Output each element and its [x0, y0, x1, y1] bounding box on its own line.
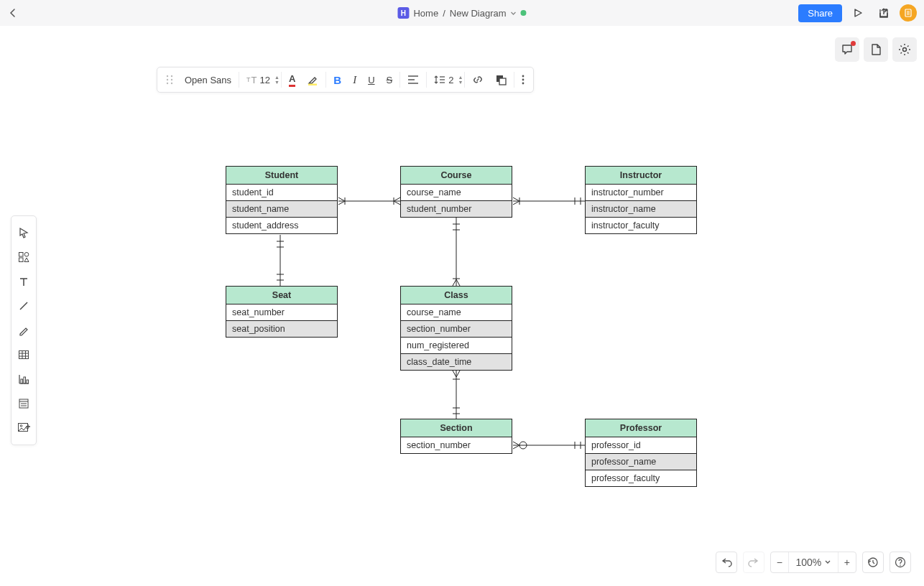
text-tool[interactable]: [11, 269, 36, 294]
bold-button[interactable]: B: [328, 68, 347, 92]
zoom-in-button[interactable]: +: [838, 552, 856, 572]
strike-button[interactable]: S: [381, 68, 399, 92]
entity-section[interactable]: Section section_number: [400, 419, 512, 454]
present-button[interactable]: [848, 3, 868, 23]
svg-line-7: [338, 201, 345, 205]
canvas[interactable]: Student student_id student_name student_…: [0, 26, 924, 586]
svg-point-43: [167, 79, 168, 80]
breadcrumb-separator: /: [443, 8, 445, 19]
app-badge: H: [397, 7, 409, 19]
svg-rect-69: [24, 377, 26, 383]
entity-seat[interactable]: Seat seat_number seat_position: [226, 286, 338, 338]
breadcrumb-home[interactable]: Home: [413, 8, 438, 19]
entity-field[interactable]: num_registered: [401, 338, 512, 354]
underline-button[interactable]: U: [362, 68, 380, 92]
entity-course[interactable]: Course course_name student_number: [400, 166, 512, 218]
chevron-down-icon[interactable]: [511, 9, 517, 17]
link-button[interactable]: [466, 68, 489, 92]
entity-field[interactable]: section_number: [401, 321, 512, 338]
font-size-down[interactable]: ▼: [274, 80, 279, 85]
weight-down[interactable]: ▼: [458, 80, 463, 85]
history-button[interactable]: [862, 552, 884, 573]
highlight-button[interactable]: [301, 68, 324, 92]
export-button[interactable]: [874, 3, 894, 23]
svg-line-14: [513, 201, 519, 205]
entity-field[interactable]: seat_number: [226, 304, 337, 321]
svg-line-10: [394, 201, 400, 205]
font-size-field[interactable]: 12: [259, 68, 272, 92]
svg-rect-63: [19, 351, 29, 359]
text-color-button[interactable]: A: [283, 68, 301, 92]
breadcrumb: H Home / New Diagram: [397, 7, 526, 19]
redo-button[interactable]: [743, 552, 764, 573]
zoom-level-display[interactable]: 100%: [788, 552, 838, 572]
entity-title: Seat: [226, 287, 337, 304]
select-tool[interactable]: [11, 220, 36, 245]
entity-student[interactable]: Student student_id student_name student_…: [226, 166, 338, 234]
svg-line-26: [453, 279, 456, 286]
zoom-out-button[interactable]: −: [771, 552, 788, 572]
entity-field[interactable]: instructor_name: [586, 201, 696, 218]
chart-tool[interactable]: [11, 367, 36, 391]
entity-field[interactable]: professor_id: [586, 437, 696, 454]
pen-tool[interactable]: [11, 318, 36, 343]
entity-class[interactable]: Class course_name section_number num_reg…: [400, 286, 512, 371]
svg-line-6: [338, 197, 345, 201]
shapes-tool[interactable]: [11, 245, 36, 269]
back-button[interactable]: [0, 0, 26, 26]
share-button[interactable]: Share: [798, 4, 842, 22]
format-toolbar: Open Sans TT 12 ▲ ▼ A B I U S 2 ▲ ▼: [157, 67, 534, 93]
avatar[interactable]: [900, 4, 917, 22]
breadcrumb-document-name[interactable]: New Diagram: [450, 8, 507, 19]
entity-professor[interactable]: Professor professor_id professor_name pr…: [585, 419, 697, 487]
entity-field[interactable]: class_date_time: [401, 354, 512, 370]
frame-tool[interactable]: [11, 391, 36, 416]
svg-point-60: [24, 253, 29, 257]
entity-field[interactable]: professor_faculty: [586, 470, 696, 486]
entity-field[interactable]: course_name: [401, 185, 512, 201]
line-tool[interactable]: [11, 294, 36, 318]
svg-point-35: [519, 442, 527, 449]
entity-field[interactable]: section_number: [401, 437, 512, 453]
image-tool[interactable]: [11, 416, 36, 440]
comments-button[interactable]: [835, 37, 859, 62]
entity-field[interactable]: student_name: [226, 201, 337, 218]
italic-button[interactable]: I: [347, 68, 362, 92]
font-size-up[interactable]: ▲: [274, 75, 279, 80]
entity-title: Student: [226, 167, 337, 185]
svg-line-30: [456, 371, 460, 377]
svg-line-13: [513, 197, 519, 201]
entity-field[interactable]: student_number: [401, 201, 512, 217]
entity-field[interactable]: student_address: [226, 218, 337, 233]
svg-line-27: [456, 279, 460, 286]
page-button[interactable]: [864, 37, 888, 62]
weight-up[interactable]: ▲: [458, 75, 463, 80]
more-menu-button[interactable]: [516, 68, 530, 92]
entity-field[interactable]: seat_position: [226, 321, 337, 337]
line-weight-field[interactable]: 2: [447, 68, 455, 92]
svg-rect-59: [19, 253, 24, 257]
layer-button[interactable]: [489, 68, 512, 92]
entity-field[interactable]: course_name: [401, 304, 512, 321]
entity-field[interactable]: instructor_number: [586, 185, 696, 201]
table-tool[interactable]: [11, 343, 36, 367]
svg-point-56: [522, 75, 525, 78]
align-button[interactable]: [402, 68, 425, 92]
svg-point-79: [900, 564, 901, 566]
drag-handle-icon[interactable]: [160, 68, 179, 92]
font-size-icon: TT: [241, 68, 258, 92]
undo-button[interactable]: [716, 552, 737, 573]
entity-field[interactable]: instructor_faculty: [586, 218, 696, 233]
entity-instructor[interactable]: Instructor instructor_number instructor_…: [585, 166, 697, 234]
font-family-select[interactable]: Open Sans: [179, 68, 237, 92]
svg-point-41: [167, 75, 168, 77]
svg-point-40: [903, 48, 907, 52]
svg-point-57: [522, 79, 525, 81]
svg-rect-55: [499, 78, 506, 85]
help-button[interactable]: [890, 552, 911, 573]
settings-button[interactable]: [892, 37, 917, 62]
entity-field[interactable]: student_id: [226, 185, 337, 201]
entity-field[interactable]: professor_name: [586, 454, 696, 470]
svg-point-45: [167, 83, 168, 84]
svg-rect-68: [21, 379, 23, 383]
